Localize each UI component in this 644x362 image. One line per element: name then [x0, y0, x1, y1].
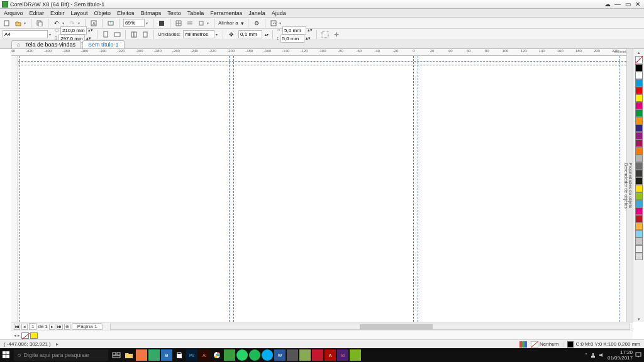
copy-button[interactable] [35, 19, 44, 28]
zoom-input[interactable] [123, 19, 145, 27]
chevron-down-icon[interactable]: ▾ [23, 21, 27, 25]
guideline-h[interactable] [18, 65, 633, 65]
task-view-icon[interactable] [111, 349, 122, 361]
snap-grid-button[interactable] [174, 19, 183, 28]
chevron-down-icon[interactable]: ▾ [214, 32, 219, 36]
color-swatch[interactable] [635, 102, 643, 109]
guideline-v[interactable] [233, 56, 234, 322]
menu-tabela[interactable]: Tabela [187, 10, 204, 16]
color-swatch[interactable] [635, 192, 643, 200]
portrait-button[interactable] [101, 30, 110, 39]
chevron-down-icon[interactable]: ▾ [145, 21, 149, 25]
current-page-button[interactable] [141, 30, 150, 39]
units-dropdown[interactable]: ▾ [183, 30, 219, 38]
ruler-horizontal[interactable]: milímetros -440-420-400-380-360-340-320-… [11, 49, 633, 56]
tab-welcome[interactable]: ⌂Tela de boas-vindas [11, 40, 81, 48]
align-dropdown[interactable]: ▾ [241, 20, 244, 26]
page-current[interactable]: 1 [29, 323, 36, 330]
color-swatch[interactable] [635, 140, 643, 147]
app-icon[interactable] [299, 349, 311, 361]
page-preset-input[interactable] [3, 30, 48, 38]
menu-texto[interactable]: Texto [167, 10, 181, 16]
notifications-icon[interactable] [635, 352, 641, 358]
first-page-button[interactable]: ⏮ [14, 324, 20, 330]
nudge-input[interactable] [238, 30, 262, 38]
indesign-icon[interactable]: Id [337, 349, 348, 361]
skype-icon[interactable] [262, 349, 273, 361]
status-next-icon[interactable]: ▸ [56, 341, 58, 347]
docker-object-properties[interactable]: Propriedades do objeto [628, 49, 633, 322]
taskbar-clock[interactable]: 17:20 01/09/2017 [608, 349, 633, 361]
menu-efeitos[interactable]: Efeitos [117, 10, 135, 16]
illustrator-icon[interactable]: Ai [199, 349, 210, 361]
app-icon[interactable] [287, 349, 298, 361]
acrobat-icon[interactable]: A [325, 349, 336, 361]
photoshop-icon[interactable]: Ps [186, 349, 197, 361]
all-pages-button[interactable] [130, 30, 138, 39]
expand-button[interactable] [332, 30, 341, 39]
menu-layout[interactable]: Layout [71, 10, 88, 16]
taskbar-search[interactable]: ○ Digite aqui para pesquisar [14, 349, 108, 361]
guideline-h[interactable] [18, 61, 633, 62]
menu-arquivo[interactable]: Arquivo [4, 10, 23, 16]
color-swatch[interactable] [30, 332, 38, 339]
color-swatch[interactable] [635, 162, 643, 170]
color-swatch[interactable] [635, 109, 643, 117]
outline-indicator[interactable]: C:0 M:0 Y:0 K:100 0,200 mm [567, 341, 640, 348]
chevron-down-icon[interactable]: ▾ [278, 21, 282, 25]
dockers-panel[interactable]: Propriedades do objeto Gerenciador de ob… [626, 49, 633, 322]
color-swatch[interactable] [635, 230, 643, 238]
store-icon[interactable] [174, 349, 185, 361]
snap-guides-button[interactable] [186, 19, 194, 28]
color-swatch[interactable] [635, 132, 643, 140]
fullscreen-button[interactable] [157, 19, 166, 28]
spinner-icon[interactable]: ▴▾ [88, 28, 93, 33]
color-swatch[interactable] [635, 79, 643, 87]
color-swatch[interactable] [635, 245, 643, 253]
color-swatch[interactable] [635, 124, 643, 132]
color-swatch[interactable] [635, 253, 643, 260]
open-button[interactable]: ▾ [14, 19, 27, 28]
color-swatch[interactable] [635, 238, 643, 245]
page-preset[interactable]: ▾ [3, 30, 52, 38]
chevron-down-icon[interactable]: ▾ [206, 21, 210, 25]
chevron-down-icon[interactable]: ▾ [61, 21, 65, 25]
tray-up-icon[interactable]: ˄ [585, 353, 587, 358]
file-explorer-icon[interactable] [123, 349, 135, 361]
menu-ajuda[interactable]: Ajuda [272, 10, 286, 16]
spotify-icon[interactable] [249, 349, 260, 361]
no-fill-swatch[interactable] [21, 332, 29, 339]
close-button[interactable]: ✕ [634, 1, 641, 8]
app-icon[interactable] [350, 349, 361, 361]
menu-exibir[interactable]: Exibir [50, 10, 65, 16]
menu-ferramentas[interactable]: Ferramentas [210, 10, 242, 16]
menu-editar[interactable]: Editar [30, 10, 45, 16]
app-icon[interactable] [312, 349, 323, 361]
docker-object-manager[interactable]: Gerenciador de objetos [624, 49, 628, 322]
color-swatch[interactable] [635, 87, 643, 94]
spinner-icon[interactable]: ▴▾ [308, 28, 313, 33]
color-swatch[interactable] [635, 207, 643, 215]
horizontal-scrollbar[interactable] [110, 324, 630, 330]
app-icon[interactable] [136, 349, 147, 361]
guideline-v[interactable] [229, 56, 230, 322]
dup-y-input[interactable] [280, 35, 304, 43]
color-swatch[interactable] [635, 72, 643, 79]
color-swatch[interactable] [635, 147, 643, 155]
next-page-button[interactable]: ▸ [49, 324, 55, 330]
color-swatch[interactable] [635, 185, 643, 192]
fill-indicator[interactable]: Nenhum [531, 341, 558, 348]
network-icon[interactable] [590, 352, 596, 358]
spinner-icon[interactable]: ▴▾ [265, 32, 269, 36]
import-button[interactable] [106, 19, 115, 28]
corel-cloud-icon[interactable]: ☁ [604, 1, 611, 8]
tab-document[interactable]: Sem título-1 [82, 40, 125, 48]
units-input[interactable] [183, 30, 214, 38]
last-page-button[interactable]: ⏭ [57, 324, 63, 330]
doc-palette-menu[interactable]: ▸ [18, 333, 20, 338]
add-page-button[interactable]: ⊕ [64, 324, 70, 330]
guideline-v[interactable] [413, 56, 414, 322]
palette-up[interactable]: ▴ [638, 50, 640, 55]
options-button[interactable]: ⚙ [252, 19, 261, 28]
drawing-canvas[interactable] [18, 56, 633, 322]
